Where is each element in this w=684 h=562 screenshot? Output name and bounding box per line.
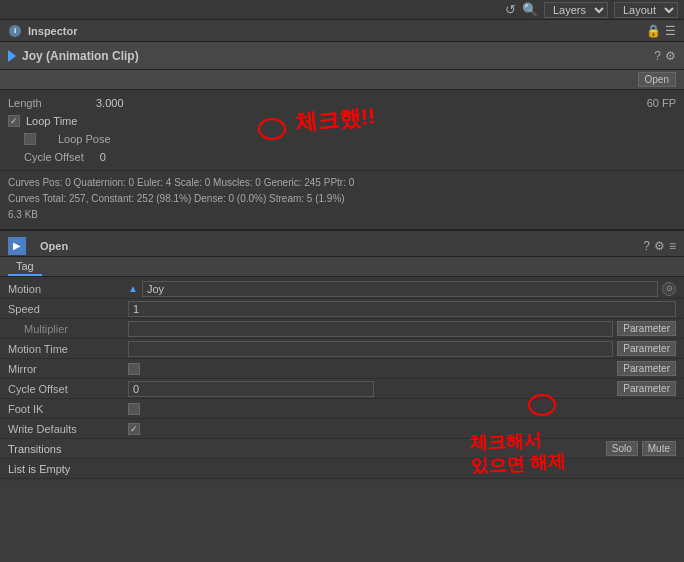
mirror-label: Mirror: [8, 363, 128, 375]
search-icon[interactable]: 🔍: [522, 2, 538, 17]
motion-time-label: Motion Time: [8, 343, 128, 355]
top-bar: ↺ 🔍 Layers Layout: [0, 0, 684, 20]
file-size: 6.3 KB: [8, 207, 676, 223]
motion-time-row: Motion Time Parameter: [0, 339, 684, 359]
foot-ik-checkbox[interactable]: [128, 403, 140, 415]
transitions-row[interactable]: Transitions Solo Mute: [0, 439, 684, 459]
write-defaults-label: Write Defaults: [8, 423, 128, 435]
list-empty-row: List is Empty: [0, 459, 684, 479]
solo-button[interactable]: Solo: [606, 441, 638, 456]
multiplier-value-area: Parameter: [128, 321, 676, 337]
triangle-icon: [8, 50, 16, 62]
panel2-header: ▶ Open ? ⚙ ≡: [0, 235, 684, 257]
panel1-title: Inspector: [28, 25, 78, 37]
clip-header-right: ? ⚙: [654, 49, 676, 63]
motion-time-param-button[interactable]: Parameter: [617, 341, 676, 356]
open-button[interactable]: Open: [638, 72, 676, 87]
state-icon: ▶: [8, 237, 26, 255]
cycle-offset-label: Cycle Offset: [8, 151, 84, 163]
length-row: Length 3.000 60 FP: [8, 94, 676, 112]
mirror-param-button[interactable]: Parameter: [617, 361, 676, 376]
cycle-offset-param-button[interactable]: Parameter: [617, 381, 676, 396]
mirror-checkbox[interactable]: [128, 363, 140, 375]
write-defaults-value-area: [128, 423, 676, 435]
mirror-value-area: Parameter: [128, 361, 676, 376]
tab-row: Tag: [0, 257, 684, 277]
panel2-help-icon[interactable]: ?: [643, 239, 650, 253]
undo-icon[interactable]: ↺: [505, 2, 516, 17]
speed-param-button[interactable]: Parameter: [617, 321, 676, 336]
fps-value: 60 FP: [647, 97, 676, 109]
panel1-header: i Inspector 🔒 ☰: [0, 20, 684, 42]
cycle-offset2-label: Cycle Offset: [8, 383, 128, 395]
info-icon: i: [8, 24, 22, 38]
curves-line1: Curves Pos: 0 Quaternion: 0 Euler: 4 Sca…: [8, 175, 676, 191]
info-circle: i: [9, 25, 21, 37]
help-icon[interactable]: ?: [654, 49, 661, 63]
speed-input[interactable]: [128, 301, 676, 317]
loop-time-checkbox[interactable]: [8, 115, 20, 127]
panel2-open-label: Open: [40, 240, 68, 252]
cycle-offset2-input[interactable]: [128, 381, 374, 397]
mute-button[interactable]: Mute: [642, 441, 676, 456]
multiplier-label: Multiplier: [8, 323, 128, 335]
list-empty-label: List is Empty: [8, 463, 70, 475]
curves-info: Curves Pos: 0 Quaternion: 0 Euler: 4 Sca…: [0, 170, 684, 229]
panel2-menu-icon[interactable]: ≡: [669, 239, 676, 253]
cycle-offset-row: Cycle Offset 0: [8, 148, 676, 166]
transitions-label: Transitions: [8, 443, 61, 455]
motion-input[interactable]: [142, 281, 658, 297]
transitions-actions: Solo Mute: [606, 441, 676, 456]
cycle-offset2-row: Cycle Offset Parameter: [0, 379, 684, 399]
settings-icon[interactable]: ⚙: [665, 49, 676, 63]
motion-circle-icon[interactable]: ⊙: [662, 282, 676, 296]
curves-line2: Curves Total: 257, Constant: 252 (98.1%)…: [8, 191, 676, 207]
layout-dropdown[interactable]: Layout: [614, 2, 678, 18]
loop-time-label: Loop Time: [26, 115, 77, 127]
clip-name: Joy (Animation Clip): [22, 49, 139, 63]
motion-label: Motion: [8, 283, 128, 295]
motion-value-area: ▲ ⊙: [128, 281, 676, 297]
clip-header: Joy (Animation Clip) ? ⚙: [0, 42, 684, 70]
length-value: 3.000: [96, 97, 124, 109]
mirror-row: Mirror Parameter: [0, 359, 684, 379]
loop-pose-row: Loop Pose: [8, 130, 676, 148]
length-label: Length: [8, 97, 88, 109]
speed-value-area: [128, 301, 676, 317]
lock-icon[interactable]: 🔒: [646, 24, 661, 38]
layers-dropdown[interactable]: Layers: [544, 2, 608, 18]
motion-time-value-area: Parameter: [128, 341, 676, 357]
speed-label: Speed: [8, 303, 128, 315]
properties-area: Length 3.000 60 FP Loop Time Loop Pose C…: [0, 90, 684, 170]
speed-row: Speed: [0, 299, 684, 319]
panel1-actions: 🔒 ☰: [646, 24, 676, 38]
inspector-panel-2: ▶ Open ? ⚙ ≡ Tag Motion ▲ ⊙ Speed: [0, 235, 684, 481]
menu-icon[interactable]: ☰: [665, 24, 676, 38]
motion-row: Motion ▲ ⊙: [0, 279, 684, 299]
cycle-offset-value: 0: [100, 151, 106, 163]
panel2-settings-icon[interactable]: ⚙: [654, 239, 665, 253]
motion-arrow: ▲: [128, 283, 138, 294]
foot-ik-row: Foot IK: [0, 399, 684, 419]
loop-time-row: Loop Time: [8, 112, 676, 130]
write-defaults-row: Write Defaults: [0, 419, 684, 439]
open-row: Open: [0, 70, 684, 90]
foot-ik-value-area: [128, 403, 676, 415]
cycle-offset2-value-area: Parameter: [128, 381, 676, 397]
prop2-area: Motion ▲ ⊙ Speed Multiplier Parameter Mo…: [0, 277, 684, 481]
tab-tag[interactable]: Tag: [8, 258, 42, 276]
loop-pose-label: Loop Pose: [42, 133, 111, 145]
write-defaults-checkbox[interactable]: [128, 423, 140, 435]
panel2-actions: ? ⚙ ≡: [643, 239, 676, 253]
multiplier-row: Multiplier Parameter: [0, 319, 684, 339]
loop-pose-checkbox[interactable]: [24, 133, 36, 145]
inspector-panel-1: i Inspector 🔒 ☰ Joy (Animation Clip) ? ⚙…: [0, 20, 684, 231]
foot-ik-label: Foot IK: [8, 403, 128, 415]
